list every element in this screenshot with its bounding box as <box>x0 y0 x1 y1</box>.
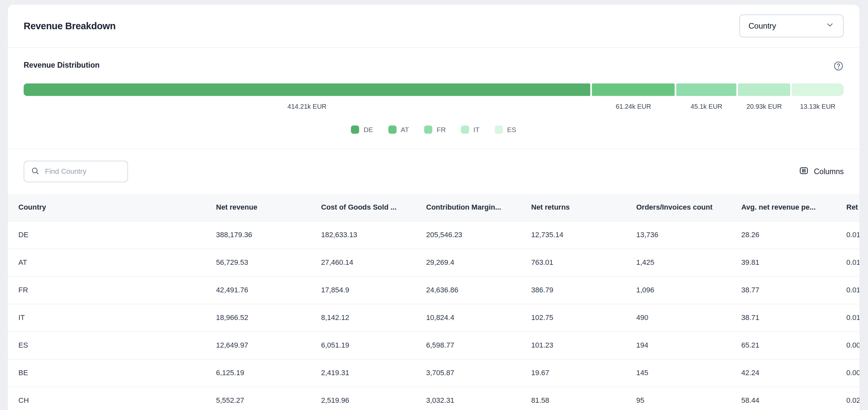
cell-value: 388,179.36 <box>206 221 311 249</box>
cell-country: CH <box>8 387 206 410</box>
cell-value: 28.26 <box>731 221 836 249</box>
cell-value: 17,854.9 <box>311 276 415 304</box>
legend-item-it[interactable]: IT <box>461 125 479 134</box>
distribution-legend: DEATFRITES <box>24 125 844 134</box>
bar-segment-at[interactable] <box>592 83 675 96</box>
legend-label-es: ES <box>507 126 517 134</box>
cell-value: 101.23 <box>521 331 626 359</box>
column-header-country[interactable]: Country <box>8 194 206 221</box>
cell-value: 102.75 <box>521 304 626 331</box>
chevron-down-icon <box>825 20 835 32</box>
cell-value: 38.77 <box>731 276 836 304</box>
legend-item-es[interactable]: ES <box>495 125 517 134</box>
bar-segment-value-it: 20.93k EUR <box>738 103 790 110</box>
cell-value: 763.01 <box>521 249 626 276</box>
table-body: DE388,179.36182,633.13205,546.2312,735.1… <box>8 221 860 410</box>
legend-label-fr: FR <box>437 126 446 134</box>
column-header-avg-net-revenue-pe[interactable]: Avg. net revenue pe... <box>731 194 836 221</box>
revenue-breakdown-card: Revenue Breakdown Country Revenue Distri… <box>8 5 860 410</box>
bar-segment-es[interactable] <box>792 83 844 96</box>
cell-value: 58.44 <box>731 387 836 410</box>
help-icon[interactable] <box>833 61 844 71</box>
cell-value: 0.02 <box>836 387 860 410</box>
cell-country: IT <box>8 304 206 331</box>
cell-value: 12,649.97 <box>206 331 311 359</box>
legend-swatch-it <box>461 125 469 134</box>
cell-country: ES <box>8 331 206 359</box>
table-row-de: DE388,179.36182,633.13205,546.2312,735.1… <box>8 221 860 249</box>
cell-value: 19.67 <box>521 359 626 387</box>
cell-country: BE <box>8 359 206 387</box>
table-row-fr: FR42,491.7617,854.924,636.86386.791,0963… <box>8 276 860 304</box>
cell-value: 0.01 <box>836 221 860 249</box>
column-header-contribution-margin[interactable]: Contribution Margin... <box>415 194 521 221</box>
cell-value: 6,051.19 <box>311 331 415 359</box>
bar-segment-value-de: 414.21k EUR <box>24 103 590 110</box>
cell-value: 24,636.86 <box>415 276 521 304</box>
column-header-cost-of-goods-sold[interactable]: Cost of Goods Sold ... <box>311 194 415 221</box>
cell-value: 12,735.14 <box>521 221 626 249</box>
cell-value: 42.24 <box>731 359 836 387</box>
cell-country: FR <box>8 276 206 304</box>
bar-segment-de[interactable] <box>24 83 590 96</box>
cell-value: 3,032.31 <box>415 387 521 410</box>
legend-label-it: IT <box>473 126 479 134</box>
legend-item-de[interactable]: DE <box>351 125 373 134</box>
cell-value: 6,598.77 <box>415 331 521 359</box>
column-header-net-revenue[interactable]: Net revenue <box>206 194 311 221</box>
legend-swatch-de <box>351 125 359 134</box>
cell-country: AT <box>8 249 206 276</box>
cell-value: 2,419.31 <box>311 359 415 387</box>
cell-value: 0.01 <box>836 276 860 304</box>
cell-value: 56,729.53 <box>206 249 311 276</box>
cell-value: 1,425 <box>626 249 731 276</box>
table-row-ch: CH5,552.272,519.963,032.3181.589558.440.… <box>8 387 860 410</box>
bar-segment-it[interactable] <box>738 83 790 96</box>
columns-icon <box>799 166 809 178</box>
table-row-at: AT56,729.5327,460.1429,269.4763.011,4253… <box>8 249 860 276</box>
cell-value: 205,546.23 <box>415 221 521 249</box>
cell-value: 0.01 <box>836 249 860 276</box>
legend-swatch-fr <box>424 125 432 134</box>
distribution-bar-labels: 414.21k EUR61.24k EUR45.1k EUR20.93k EUR… <box>24 103 844 110</box>
bar-segment-value-at: 61.24k EUR <box>592 103 675 110</box>
cell-value: 386.79 <box>521 276 626 304</box>
legend-label-at: AT <box>401 126 409 134</box>
legend-item-fr[interactable]: FR <box>424 125 446 134</box>
table-header-row: CountryNet revenueCost of Goods Sold ...… <box>8 194 860 221</box>
page-title: Revenue Breakdown <box>24 21 116 32</box>
cell-value: 27,460.14 <box>311 249 415 276</box>
legend-label-de: DE <box>364 126 373 134</box>
column-header-ret[interactable]: Ret <box>836 194 860 221</box>
table-toolbar: Columns <box>8 149 860 194</box>
card-header: Revenue Breakdown Country <box>8 5 860 48</box>
cell-value: 194 <box>626 331 731 359</box>
cell-value: 0.00 <box>836 359 860 387</box>
cell-value: 1,096 <box>626 276 731 304</box>
columns-button[interactable]: Columns <box>799 166 844 178</box>
bar-segment-value-es: 13.13k EUR <box>792 103 844 110</box>
cell-value: 490 <box>626 304 731 331</box>
column-header-orders-invoices-count[interactable]: Orders/Invoices count <box>626 194 731 221</box>
bar-segment-fr[interactable] <box>676 83 736 96</box>
cell-value: 0.01 <box>836 304 860 331</box>
cell-value: 8,142.12 <box>311 304 415 331</box>
table-row-be: BE6,125.192,419.313,705.8719.6714542.240… <box>8 359 860 387</box>
cell-value: 29,269.4 <box>415 249 521 276</box>
revenue-distribution-section: Revenue Distribution 414.21k EUR61.24k E… <box>8 48 860 149</box>
cell-value: 38.71 <box>731 304 836 331</box>
column-header-net-returns[interactable]: Net returns <box>521 194 626 221</box>
legend-item-at[interactable]: AT <box>389 125 409 134</box>
cell-value: 18,966.52 <box>206 304 311 331</box>
cell-value: 81.58 <box>521 387 626 410</box>
cell-value: 0.00 <box>836 331 860 359</box>
bar-segment-value-fr: 45.1k EUR <box>676 103 736 110</box>
dimension-dropdown[interactable]: Country <box>739 14 844 37</box>
search-input[interactable] <box>45 167 121 176</box>
cell-value: 39.81 <box>731 249 836 276</box>
cell-value: 42,491.76 <box>206 276 311 304</box>
cell-value: 5,552.27 <box>206 387 311 410</box>
cell-value: 3,705.87 <box>415 359 521 387</box>
cell-value: 2,519.96 <box>311 387 415 410</box>
search-input-wrapper <box>24 160 128 182</box>
